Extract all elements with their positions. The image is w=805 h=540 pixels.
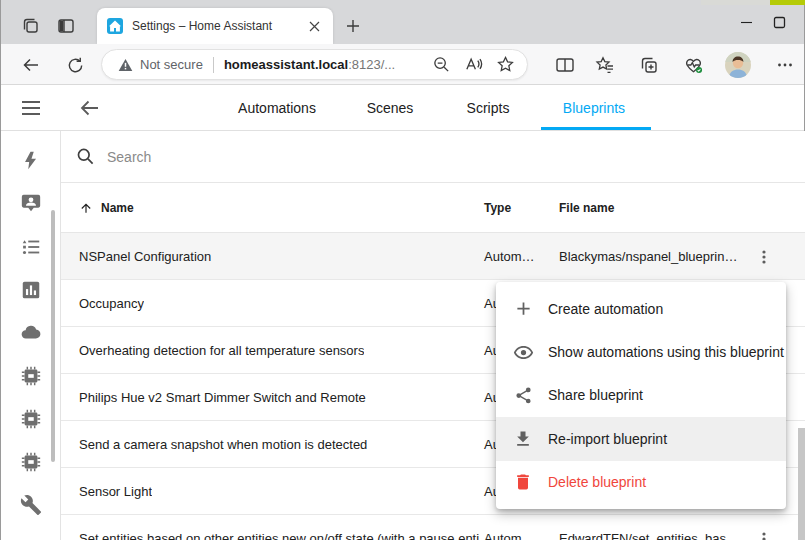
menu-item-delete-blueprint[interactable]: Delete blueprint — [496, 461, 786, 504]
url-host: homeassistant.local — [224, 57, 348, 72]
menu-item-share-blueprint[interactable]: Share blueprint — [496, 374, 786, 417]
browser-tab[interactable]: Settings – Home Assistant — [97, 8, 333, 44]
favorites-hub-icon[interactable] — [592, 52, 618, 78]
row-overflow-icon[interactable] — [752, 233, 776, 280]
maximize-icon[interactable] — [765, 10, 793, 34]
share-icon — [511, 383, 535, 407]
split-screen-icon[interactable] — [552, 52, 578, 78]
url-path: :8123/... — [348, 57, 395, 72]
chip-icon-1[interactable] — [19, 364, 43, 388]
chip-icon-2[interactable] — [19, 407, 43, 431]
history-chart-icon[interactable] — [19, 278, 43, 302]
collections-icon[interactable] — [636, 52, 662, 78]
menu-item-create-automation[interactable]: Create automation — [496, 287, 786, 330]
refresh-icon[interactable] — [62, 52, 88, 78]
sort-ascending-icon — [79, 201, 93, 215]
column-header-filename[interactable]: File name — [559, 183, 614, 233]
tab-scripts[interactable]: Scripts — [467, 85, 510, 130]
row-overflow-icon[interactable] — [752, 515, 776, 540]
browser-toolbar: Not secure homeassistant.local :8123/... — [1, 44, 804, 85]
blueprint-context-menu: Create automation Show automations using… — [496, 282, 786, 509]
menu-hamburger-icon[interactable] — [19, 96, 43, 120]
table-header: Name Type File name — [61, 183, 805, 233]
tab-close-icon[interactable] — [305, 17, 323, 35]
search-input[interactable] — [107, 149, 507, 165]
download-icon — [511, 427, 535, 451]
workspaces-icon[interactable] — [19, 14, 43, 38]
active-tab-underline — [541, 127, 651, 130]
desktop-strip — [701, 0, 770, 5]
chip-icon-3[interactable] — [19, 450, 43, 474]
browser-essentials-icon[interactable] — [680, 52, 706, 78]
content-scrollbar[interactable] — [798, 428, 805, 540]
home-assistant-favicon — [107, 18, 123, 34]
titlebar: Settings – Home Assistant — [1, 0, 804, 44]
read-aloud-icon[interactable] — [461, 53, 485, 77]
sidebar-scrollbar[interactable] — [51, 210, 55, 462]
cloud-icon[interactable] — [19, 321, 43, 345]
table-row[interactable]: NSPanel Configuration Autom… Blackymas/n… — [61, 233, 805, 280]
search-row — [61, 131, 805, 183]
search-icon — [76, 147, 95, 166]
logbook-list-icon[interactable] — [19, 235, 43, 259]
minimize-icon[interactable] — [732, 10, 760, 34]
warning-icon[interactable] — [118, 58, 133, 72]
security-label: Not secure — [140, 57, 203, 72]
sidebar-rail — [1, 131, 61, 540]
new-tab-icon[interactable] — [341, 14, 365, 38]
column-header-name[interactable]: Name — [79, 183, 134, 233]
more-icon[interactable] — [772, 52, 798, 78]
menu-item-reimport-blueprint[interactable]: Re-import blueprint — [496, 417, 786, 460]
tab-scenes[interactable]: Scenes — [367, 85, 414, 130]
app-header: Automations Scenes Scripts Blueprints ? — [1, 85, 804, 131]
tab-title: Settings – Home Assistant — [132, 19, 305, 33]
desktop-strip-lime — [770, 0, 805, 5]
zoom-out-icon[interactable] — [429, 53, 453, 77]
tab-blueprints[interactable]: Blueprints — [563, 85, 625, 130]
wrench-icon[interactable] — [19, 493, 43, 517]
profile-avatar[interactable] — [725, 52, 751, 78]
plus-icon — [511, 297, 535, 321]
eye-icon — [511, 340, 535, 364]
energy-bolt-icon[interactable] — [19, 149, 43, 173]
column-header-type[interactable]: Type — [484, 183, 511, 233]
tab-automations[interactable]: Automations — [238, 85, 316, 130]
map-person-icon[interactable] — [19, 192, 43, 216]
browser-window: Settings – Home Assistant — [0, 0, 805, 540]
tab-actions-icon[interactable] — [54, 14, 78, 38]
back-icon[interactable] — [18, 52, 44, 78]
address-divider — [213, 57, 214, 73]
address-bar[interactable]: Not secure homeassistant.local :8123/... — [101, 49, 528, 80]
app-back-icon[interactable] — [78, 96, 102, 120]
favorite-star-icon[interactable] — [493, 53, 517, 77]
menu-item-show-automations[interactable]: Show automations using this blueprint — [496, 330, 786, 373]
table-row[interactable]: Set entities based on other entities new… — [61, 515, 805, 540]
trash-icon — [511, 470, 535, 494]
